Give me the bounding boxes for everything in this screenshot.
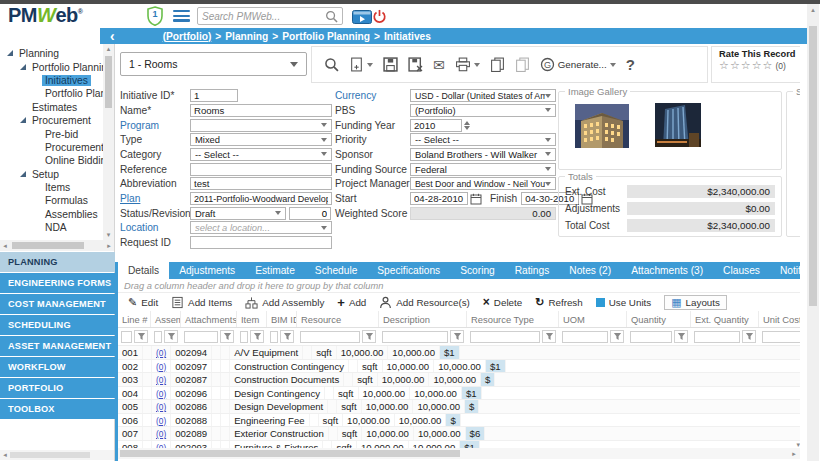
breadcrumb-item[interactable]: Initiatives: [384, 31, 431, 42]
tree-node[interactable]: Procurement: [0, 114, 103, 127]
grid-horizontal-scrollbar[interactable]: ▸: [118, 448, 800, 459]
column-header[interactable]: UOM: [559, 311, 627, 327]
star-icon[interactable]: ☆: [752, 59, 763, 71]
module-item[interactable]: COST MANAGEMENT: [0, 294, 115, 314]
pbs-select[interactable]: (Portfolio): [410, 104, 556, 117]
module-item[interactable]: WORKFLOW: [0, 357, 115, 377]
tree-caret-icon[interactable]: [19, 116, 29, 125]
location-select[interactable]: select a location...: [190, 221, 332, 234]
tree-caret-icon[interactable]: [32, 183, 42, 192]
attachments-link[interactable]: (0): [156, 375, 166, 385]
breadcrumb-item[interactable]: Portfolio Planning: [282, 31, 370, 42]
tree-node[interactable]: Procurement: [0, 141, 103, 154]
filter-funnel-icon[interactable]: [610, 330, 624, 343]
tab[interactable]: Scoring: [450, 262, 505, 279]
filter-input[interactable]: [382, 331, 448, 343]
column-header[interactable]: Attachments: [181, 311, 237, 327]
tab[interactable]: Notifications: [770, 262, 800, 279]
menu-hamburger-icon[interactable]: [173, 10, 190, 24]
tree-caret-icon[interactable]: [32, 143, 42, 152]
record-selector-dropdown[interactable]: 1 - Rooms: [120, 52, 307, 76]
category-select[interactable]: -- Select --: [190, 148, 332, 161]
table-row[interactable]: 003 (0) 002087 Construction Documents sq…: [118, 373, 800, 387]
reference-input[interactable]: [190, 163, 332, 176]
layouts-button[interactable]: ▦Layouts: [664, 295, 727, 310]
scroll-up-icon[interactable]: ▴: [807, 4, 819, 14]
filter-funnel-icon[interactable]: [250, 330, 264, 343]
status-select[interactable]: Draft: [190, 207, 286, 220]
add-assembly-button[interactable]: Add Assembly: [245, 296, 324, 309]
type-select[interactable]: Mixed: [190, 133, 332, 146]
module-item[interactable]: PORTFOLIO: [0, 378, 115, 398]
tree-node[interactable]: Estimates: [0, 101, 103, 114]
filter-funnel-icon[interactable]: [362, 330, 376, 343]
gallery-image-2[interactable]: [655, 103, 701, 147]
module-item[interactable]: TOOLBOX: [0, 399, 115, 419]
filter-input[interactable]: [630, 331, 672, 343]
table-row[interactable]: 007 (0) 002089 Exterior Construction sqf…: [118, 427, 800, 441]
save-button[interactable]: [383, 57, 398, 72]
paste-record-button[interactable]: [515, 57, 530, 72]
scroll-up-icon[interactable]: ▴: [103, 45, 114, 53]
table-row[interactable]: 002 (0) 002097 Construction Contingency …: [118, 360, 800, 374]
attachments-link[interactable]: (0): [156, 402, 166, 412]
attachments-link[interactable]: (0): [156, 389, 166, 399]
tree-caret-icon[interactable]: [19, 103, 29, 112]
funding-year-stepper[interactable]: [464, 121, 470, 130]
generate-button[interactable]: Generate...: [540, 57, 616, 72]
tree-caret-icon[interactable]: [32, 89, 42, 98]
tab[interactable]: Attachments (3): [621, 262, 713, 279]
column-header[interactable]: Quantity: [627, 311, 691, 327]
filter-input[interactable]: [762, 331, 800, 343]
gallery-image-1[interactable]: [575, 104, 629, 148]
power-logout-icon[interactable]: [372, 9, 387, 24]
scroll-down-icon[interactable]: ▾: [103, 231, 114, 239]
module-item[interactable]: SCHEDULING: [0, 315, 115, 335]
revision-input[interactable]: [289, 207, 331, 220]
tree-caret-icon[interactable]: [6, 49, 16, 58]
tree-caret-icon[interactable]: [32, 210, 42, 219]
filter-input[interactable]: [300, 331, 360, 343]
tree-node[interactable]: Portfolio Planning Wor: [0, 87, 103, 100]
search-input[interactable]: [202, 11, 325, 22]
attachments-link[interactable]: (0): [156, 429, 166, 439]
program-select[interactable]: [190, 119, 332, 132]
filter-funnel-icon[interactable]: [742, 330, 756, 343]
tree-caret-icon[interactable]: [32, 156, 42, 165]
funding-source-select[interactable]: Federal: [410, 163, 556, 176]
table-row[interactable]: 006 (0) 002088 Engineering Fee sqft 10,0…: [118, 414, 800, 428]
filter-funnel-icon[interactable]: [542, 330, 556, 343]
spinner-up-icon[interactable]: [464, 121, 470, 125]
plan-input[interactable]: [190, 192, 332, 205]
tree-caret-icon[interactable]: [19, 63, 29, 72]
star-icon[interactable]: ☆: [763, 59, 774, 71]
column-header[interactable]: Description: [379, 311, 467, 327]
tree-node[interactable]: Initiatives: [0, 74, 103, 87]
scroll-down-icon[interactable]: ▾: [796, 441, 800, 449]
column-header[interactable]: BIM ID: [267, 311, 297, 327]
column-header[interactable]: Assembl: [151, 311, 181, 327]
filter-funnel-icon[interactable]: [134, 330, 148, 343]
filter-funnel-icon[interactable]: [164, 330, 178, 343]
module-item[interactable]: PLANNING: [0, 252, 115, 272]
breadcrumb-item[interactable]: Planning: [225, 31, 268, 42]
use-units-checkbox[interactable]: Use Units: [596, 297, 651, 308]
add-button[interactable]: +Add: [337, 297, 366, 308]
copy-record-button[interactable]: [490, 57, 505, 72]
delete-button[interactable]: ×Delete: [483, 297, 522, 308]
tab[interactable]: Notes (2): [559, 262, 621, 279]
filter-input[interactable]: [562, 331, 608, 343]
page-vertical-scrollbar[interactable]: ▴: [807, 4, 819, 461]
column-header[interactable]: Resource: [297, 311, 379, 327]
currency-select[interactable]: USD - Dollar (United States of America): [410, 89, 556, 102]
star-icon[interactable]: ☆: [730, 59, 741, 71]
tree-node[interactable]: Formulas: [0, 194, 103, 207]
attachments-link[interactable]: (0): [156, 348, 166, 358]
table-row[interactable]: 001 (0) 002094 A/V Equipment sqft 10,000…: [118, 346, 800, 360]
program-label[interactable]: Program: [120, 120, 190, 131]
add-items-button[interactable]: Add Items: [171, 296, 232, 309]
help-button[interactable]: ?: [626, 56, 635, 73]
filter-input[interactable]: [270, 331, 278, 343]
abbreviation-input[interactable]: [190, 177, 332, 190]
filter-input[interactable]: [184, 331, 218, 343]
